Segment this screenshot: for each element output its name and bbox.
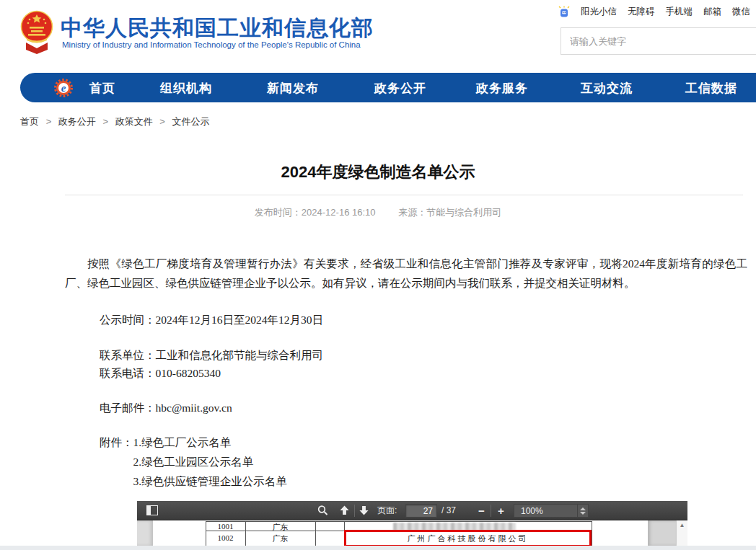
assistant-robot-icon[interactable] [558,6,570,18]
public-period: 公示时间：2024年12月16日至2024年12月30日 [100,310,323,329]
toolbar-separator [354,505,355,517]
table-cell-company: 广州广合科技股份有限公司 [408,533,529,544]
article-paragraph: 按照《绿色工厂梯度培育及管理暂行办法》有关要求，经省级工业和信息化主管部门推荐及… [65,254,747,293]
title-divider [65,195,743,195]
viewer-gutter-right [648,520,676,546]
table-line [592,521,592,546]
quick-link-wechat[interactable]: 微信 [732,6,750,18]
pdf-viewer: 页面: / 37 − + 100% [137,501,687,546]
article-meta: 发布时间：2024-12-16 16:10 来源：节能与综合利用司 [0,206,756,219]
toolbar-separator [491,505,491,517]
zoom-level-select[interactable]: 100% [514,504,589,518]
breadcrumb: 首页 > 政务公开 > 政策文件 > 文件公示 [20,115,210,128]
publish-time: 发布时间：2024-12-16 16:10 [255,207,376,218]
breadcrumb-home[interactable]: 首页 [20,116,39,127]
nav-item-gov-service[interactable]: 政务服务 [476,79,528,96]
svg-text:e: e [61,82,66,94]
sidebar-toggle-icon[interactable] [146,505,158,515]
nav-item-organization[interactable]: 组织机构 [160,79,212,96]
quick-link-mobile[interactable]: 手机端 [666,6,693,18]
site-title: 中华人民共和国工业和信息化部 [61,14,374,43]
table-cell-no: 1001 [206,522,245,531]
breadcrumb-file-publicity[interactable]: 文件公示 [172,116,210,127]
breadcrumb-separator: > [102,116,108,127]
table-cell-province: 广东 [245,533,315,544]
breadcrumb-separator: > [159,116,165,127]
site-subtitle: Ministry of Industry and Information Tec… [62,40,361,49]
zoom-in-button[interactable]: + [498,505,504,517]
nav-item-data[interactable]: 工信数据 [685,79,737,96]
contact-unit: 联系单位：工业和信息化部节能与综合利用司 [100,345,323,365]
quick-link-accessibility[interactable]: 无障碍 [628,6,655,18]
miit-gear-icon[interactable]: e [53,78,74,98]
contact-email: 电子邮件：hbc@miit.gov.cn [100,398,232,417]
quick-link-mail[interactable]: 邮箱 [703,6,721,18]
nav-item-interaction[interactable]: 互动交流 [581,79,633,96]
page-up-icon[interactable] [339,505,350,516]
nav-item-news[interactable]: 新闻发布 [267,79,319,96]
attachment-link-2[interactable]: 2.绿色工业园区公示名单 [133,452,287,471]
page-label: 页面: [377,505,397,517]
source: 来源：节能与综合利用司 [398,207,501,218]
viewer-gutter-left [137,520,153,546]
main-nav: e 首页 组织机构 新闻发布 政务公开 政务服务 互动交流 工信数据 [20,73,756,102]
zoom-out-button[interactable]: − [478,505,485,517]
quick-links-bar: 阳光小信 无障碍 手机端 邮箱 微信 微博 [558,6,756,18]
page-title: 2024年度绿色制造名单公示 [0,161,756,183]
pdf-scrollbar[interactable]: ▲ [676,520,687,546]
highlight-red-box: 广州广合科技股份有限公司 [344,530,592,546]
attachment-link-1[interactable]: 1.绿色工厂公示名单 [133,433,287,452]
scroll-up-icon[interactable]: ▲ [677,520,687,531]
table-cell-province: 广东 [245,522,315,533]
search-icon[interactable] [317,505,328,516]
attachments-block: 附件： 1.绿色工厂公示名单 2.绿色工业园区公示名单 3.绿色供应链管理企业公… [100,433,287,491]
breadcrumb-separator: > [46,116,52,127]
nav-item-gov-disclosure[interactable]: 政务公开 [374,79,426,96]
breadcrumb-gov-disclosure[interactable]: 政务公开 [58,116,96,127]
attachment-link-3[interactable]: 3.绿色供应链管理企业公示名单 [133,471,287,491]
table-cell-no: 1002 [206,533,245,542]
bottom-strip [0,546,756,550]
zoom-level-value: 100% [514,506,577,516]
attachments-label: 附件： [100,433,133,491]
search-input[interactable] [561,27,756,55]
page-total: / 37 [441,505,456,515]
nav-item-home[interactable]: 首页 [89,79,115,96]
pdf-toolbar: 页面: / 37 − + 100% [137,501,687,520]
breadcrumb-policy-files[interactable]: 政策文件 [115,116,153,127]
table-line [315,521,316,546]
page-down-icon[interactable] [359,505,369,516]
zoom-select-spinner-icon [577,505,588,517]
national-emblem-logo[interactable] [20,8,53,54]
quick-link-assistant[interactable]: 阳光小信 [581,6,617,18]
pdf-page-area: 1001 广东 1002 广东 广州广合科技股份有限公司 ▲ [137,520,687,546]
contact-phone: 联系电话：010-68205340 [100,363,221,383]
page-number-input[interactable] [405,504,437,518]
